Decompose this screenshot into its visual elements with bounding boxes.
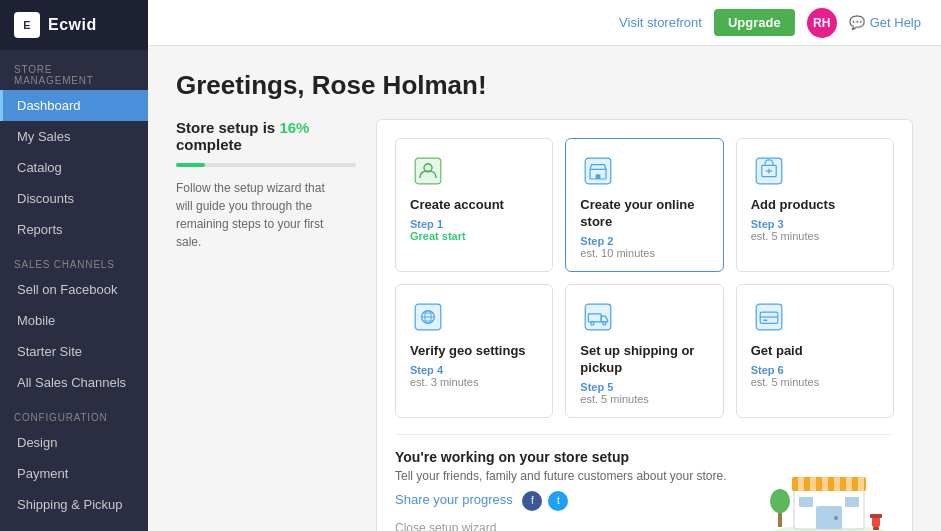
step-5-time: est. 5 minutes [580, 393, 708, 405]
ecwid-logo-text: Ecwid [48, 16, 97, 34]
step-2-num: Step 2 [580, 235, 708, 247]
products-icon [751, 153, 787, 189]
working-title: You're working on your store setup [395, 449, 752, 465]
svg-rect-30 [846, 477, 852, 491]
sidebar-item-my-sales[interactable]: My Sales [0, 121, 148, 152]
setup-progress-fill [176, 163, 205, 167]
account-icon [410, 153, 446, 189]
sidebar-item-shipping-pickup[interactable]: Shipping & Pickup [0, 489, 148, 520]
store-icon [580, 153, 616, 189]
svg-rect-34 [799, 497, 813, 507]
steps-grid: Create account Step 1 Great start [395, 138, 894, 418]
step-3-num: Step 3 [751, 218, 879, 230]
svg-rect-2 [586, 158, 612, 184]
svg-rect-29 [834, 477, 840, 491]
sidebar-item-discounts[interactable]: Discounts [0, 183, 148, 214]
setup-description: Follow the setup wizard that will guide … [176, 179, 336, 251]
step-3-card[interactable]: Add products Step 3 est. 5 minutes [736, 138, 894, 272]
svg-point-33 [834, 516, 838, 520]
main-area: Visit storefront Upgrade RH 💬 Get Help G… [148, 0, 941, 531]
step-2-time: est. 10 minutes [580, 247, 708, 259]
step-6-card[interactable]: Get paid Step 6 est. 5 minutes [736, 284, 894, 418]
step-4-card[interactable]: Verify geo settings Step 4 est. 3 minute… [395, 284, 553, 418]
upgrade-button[interactable]: Upgrade [714, 9, 795, 36]
svg-rect-22 [763, 319, 767, 321]
svg-rect-31 [858, 477, 864, 491]
step-2-card[interactable]: Create your online store Step 2 est. 10 … [565, 138, 723, 272]
sales-channels-label: Sales channels [0, 245, 148, 274]
visit-storefront-link[interactable]: Visit storefront [619, 15, 702, 30]
step-1-num: Step 1 [410, 218, 538, 230]
step-1-title: Create account [410, 197, 538, 214]
step-4-title: Verify geo settings [410, 343, 538, 360]
step-5-num: Step 5 [580, 381, 708, 393]
page-title: Greetings, Rose Holman! [176, 70, 913, 101]
share-progress-link[interactable]: Share your progress [395, 492, 513, 507]
working-desc: Tell your friends, family and future cus… [395, 469, 752, 483]
setup-sidebar: Store setup is 16% complete Follow the s… [176, 119, 356, 251]
svg-rect-38 [872, 517, 880, 527]
svg-rect-32 [816, 506, 842, 529]
working-section: You're working on your store setup Tell … [395, 434, 894, 531]
logo-area: E Ecwid [0, 0, 148, 50]
step-4-time: est. 3 minutes [410, 376, 538, 388]
sidebar-item-sell-facebook[interactable]: Sell on Facebook [0, 274, 148, 305]
sidebar: E Ecwid Store management Dashboard My Sa… [0, 0, 148, 531]
user-avatar[interactable]: RH [807, 8, 837, 38]
store-illustration [764, 449, 894, 531]
setup-label: Store setup is [176, 119, 275, 136]
store-management-label: Store management [0, 50, 148, 90]
share-row: Share your progress f t [395, 491, 752, 511]
step-6-num: Step 6 [751, 364, 879, 376]
setup-suffix: complete [176, 136, 242, 153]
step-1-time: Great start [410, 230, 538, 242]
working-text: You're working on your store setup Tell … [395, 449, 752, 531]
setup-progress-bar [176, 163, 356, 167]
shipping-icon [580, 299, 616, 335]
sidebar-item-settings[interactable]: Settings [0, 520, 148, 531]
twitter-share-icon[interactable]: t [548, 491, 568, 511]
chat-icon: 💬 [849, 15, 865, 30]
svg-rect-26 [798, 477, 804, 491]
sidebar-item-mobile[interactable]: Mobile [0, 305, 148, 336]
get-help-button[interactable]: 💬 Get Help [849, 15, 921, 30]
sidebar-item-dashboard[interactable]: Dashboard [0, 90, 148, 121]
sidebar-item-starter-site[interactable]: Starter Site [0, 336, 148, 367]
svg-rect-4 [596, 174, 601, 179]
facebook-share-icon[interactable]: f [522, 491, 542, 511]
sidebar-item-design[interactable]: Design [0, 427, 148, 458]
close-wizard-button[interactable]: Close setup wizard [395, 521, 752, 531]
setup-header: Store setup is 16% complete [176, 119, 336, 153]
social-icons: f t [522, 491, 568, 511]
step-2-title: Create your online store [580, 197, 708, 231]
step-3-time: est. 5 minutes [751, 230, 879, 242]
svg-rect-28 [822, 477, 828, 491]
geo-icon [410, 299, 446, 335]
step-4-num: Step 4 [410, 364, 538, 376]
configuration-label: Configuration [0, 398, 148, 427]
paid-icon [751, 299, 787, 335]
sidebar-item-reports[interactable]: Reports [0, 214, 148, 245]
step-6-time: est. 5 minutes [751, 376, 879, 388]
svg-rect-27 [810, 477, 816, 491]
step-5-title: Set up shipping or pickup [580, 343, 708, 377]
content: Greetings, Rose Holman! Store setup is 1… [148, 46, 941, 531]
svg-rect-35 [845, 497, 859, 507]
svg-point-37 [770, 489, 790, 513]
step-5-card[interactable]: Set up shipping or pickup Step 5 est. 5 … [565, 284, 723, 418]
topbar: Visit storefront Upgrade RH 💬 Get Help [148, 0, 941, 46]
sidebar-item-catalog[interactable]: Catalog [0, 152, 148, 183]
svg-rect-39 [870, 514, 882, 518]
step-3-title: Add products [751, 197, 879, 214]
step-6-title: Get paid [751, 343, 879, 360]
svg-rect-40 [873, 527, 879, 530]
svg-rect-15 [586, 304, 612, 330]
setup-card: Create account Step 1 Great start [376, 119, 913, 531]
sidebar-item-payment[interactable]: Payment [0, 458, 148, 489]
setup-percent: 16% [279, 119, 309, 136]
sidebar-item-all-sales-channels[interactable]: All Sales Channels [0, 367, 148, 398]
ecwid-logo-icon: E [14, 12, 40, 38]
step-1-card[interactable]: Create account Step 1 Great start [395, 138, 553, 272]
